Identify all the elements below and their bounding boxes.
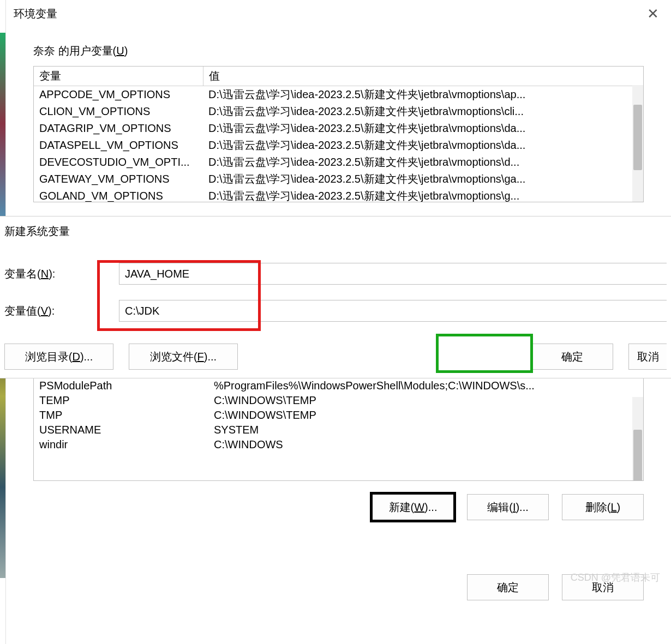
var-value-label: 变量值(V): bbox=[4, 304, 119, 318]
col-header-val[interactable]: 值 bbox=[203, 67, 643, 86]
new-var-body: 变量名(N): 变量值(V): bbox=[0, 246, 671, 322]
table-row[interactable]: CLION_VM_OPTIONSD:\迅雷云盘\学习\idea-2023.2.5… bbox=[34, 103, 643, 120]
cancel-button[interactable]: 取消 bbox=[628, 344, 667, 370]
btn-hotkey: L bbox=[610, 501, 616, 514]
new-button[interactable]: 新建(W)... bbox=[372, 494, 454, 520]
table-row[interactable]: APPCODE_VM_OPTIONSD:\迅雷云盘\学习\idea-2023.2… bbox=[34, 86, 643, 104]
scrollbar-thumb[interactable] bbox=[633, 430, 642, 481]
var-name-label: 变量名(N): bbox=[4, 267, 119, 281]
label-text: 变量值( bbox=[4, 305, 41, 317]
system-vars-table-wrap: PSModulePath%ProgramFiles%\WindowsPowerS… bbox=[33, 378, 644, 481]
scrollbar-track[interactable] bbox=[632, 85, 643, 202]
table-row[interactable]: TEMPC:\WINDOWS\TEMP bbox=[34, 393, 643, 408]
var-name-cell: GOLAND_VM_OPTIONS bbox=[34, 188, 203, 202]
var-value-cell: D:\迅雷云盘\学习\idea-2023.2.5\新建文件夹\jetbra\vm… bbox=[203, 171, 643, 188]
dialog-title: 环境变量 bbox=[14, 7, 57, 21]
delete-button[interactable]: 删除(L) bbox=[562, 494, 644, 520]
browse-file-button[interactable]: 浏览文件(F)... bbox=[129, 344, 238, 370]
btn-text: )... bbox=[516, 501, 528, 514]
btn-text: 编辑( bbox=[487, 500, 513, 515]
btn-text: )... bbox=[424, 501, 437, 514]
scrollbar-track[interactable] bbox=[632, 397, 643, 480]
var-name-cell: DEVECOSTUDIO_VM_OPTI... bbox=[34, 154, 203, 171]
btn-text: 浏览文件( bbox=[150, 350, 197, 364]
user-vars-table-wrap: 变量 值 APPCODE_VM_OPTIONSD:\迅雷云盘\学习\idea-2… bbox=[33, 66, 644, 202]
close-icon[interactable]: ✕ bbox=[643, 3, 663, 25]
var-value-cell: D:\迅雷云盘\学习\idea-2023.2.5\新建文件夹\jetbra\vm… bbox=[203, 120, 643, 137]
label-text: 奈奈 的用户变量( bbox=[33, 45, 116, 57]
var-value-cell: C:\WINDOWS bbox=[208, 437, 643, 452]
btn-text: ) bbox=[617, 501, 621, 514]
right-buttons: 确定 取消 bbox=[531, 344, 667, 370]
user-vars-label: 奈奈 的用户变量(U) bbox=[33, 44, 644, 58]
var-value-cell: D:\迅雷云盘\学习\idea-2023.2.5\新建文件夹\jetbra\vm… bbox=[203, 103, 643, 120]
new-var-buttons: 浏览目录(D)... 浏览文件(F)... 确定 取消 bbox=[0, 337, 671, 370]
var-value-cell: C:\WINDOWS\TEMP bbox=[208, 393, 643, 408]
var-name-cell: windir bbox=[34, 437, 208, 452]
var-value-cell: C:\WINDOWS\TEMP bbox=[208, 408, 643, 423]
cancel-button[interactable]: 取消 bbox=[562, 574, 644, 600]
new-var-title: 新建系统变量 bbox=[0, 216, 671, 246]
var-name-cell: DATASPELL_VM_OPTIONS bbox=[34, 137, 203, 154]
label-text: ) bbox=[124, 45, 128, 57]
table-row[interactable]: windirC:\WINDOWS bbox=[34, 437, 643, 452]
table-row[interactable]: DEVECOSTUDIO_VM_OPTI...D:\迅雷云盘\学习\idea-2… bbox=[34, 154, 643, 171]
btn-hotkey: W bbox=[414, 501, 424, 514]
var-name-cell: PSModulePath bbox=[34, 378, 208, 393]
table-row[interactable]: USERNAMESYSTEM bbox=[34, 423, 643, 437]
var-name-cell: APPCODE_VM_OPTIONS bbox=[34, 86, 203, 104]
var-value-row: 变量值(V): bbox=[4, 300, 667, 322]
table-row[interactable]: DATAGRIP_VM_OPTIONSD:\迅雷云盘\学习\idea-2023.… bbox=[34, 120, 643, 137]
var-value-cell: D:\迅雷云盘\学习\idea-2023.2.5\新建文件夹\jetbra\vm… bbox=[203, 188, 643, 202]
system-vars-section: PSModulePath%ProgramFiles%\WindowsPowerS… bbox=[33, 378, 644, 520]
table-row[interactable]: PSModulePath%ProgramFiles%\WindowsPowerS… bbox=[34, 378, 643, 393]
var-name-cell: CLION_VM_OPTIONS bbox=[34, 103, 203, 120]
btn-hotkey: F bbox=[197, 351, 204, 363]
var-value-cell: D:\迅雷云盘\学习\idea-2023.2.5\新建文件夹\jetbra\vm… bbox=[203, 86, 643, 104]
btn-text: )... bbox=[204, 351, 217, 363]
user-vars-section: 奈奈 的用户变量(U) 变量 值 APPCODE_VM_OPTIONSD:\迅雷… bbox=[6, 27, 671, 208]
table-row[interactable]: GOLAND_VM_OPTIONSD:\迅雷云盘\学习\idea-2023.2.… bbox=[34, 188, 643, 202]
btn-text: )... bbox=[80, 351, 93, 363]
new-system-var-dialog: 新建系统变量 变量名(N): 变量值(V): 浏览目录(D)... 浏览文件(F… bbox=[0, 216, 671, 378]
table-row[interactable]: GATEWAY_VM_OPTIONSD:\迅雷云盘\学习\idea-2023.2… bbox=[34, 171, 643, 188]
label-text: ): bbox=[48, 305, 55, 317]
var-value-cell: SYSTEM bbox=[208, 423, 643, 437]
table-row[interactable]: DATASPELL_VM_OPTIONSD:\迅雷云盘\学习\idea-2023… bbox=[34, 137, 643, 154]
var-value-input[interactable] bbox=[119, 300, 667, 322]
label-hotkey: V bbox=[41, 305, 48, 317]
label-hotkey: U bbox=[116, 45, 124, 57]
edit-button[interactable]: 编辑(I)... bbox=[467, 494, 549, 520]
btn-text: 新建( bbox=[389, 500, 415, 515]
btn-hotkey: D bbox=[72, 351, 80, 363]
label-text: ): bbox=[49, 268, 55, 280]
var-value-cell: D:\迅雷云盘\学习\idea-2023.2.5\新建文件夹\jetbra\vm… bbox=[203, 137, 643, 154]
btn-text: 删除( bbox=[585, 500, 611, 515]
label-text: 变量名( bbox=[4, 268, 41, 280]
system-vars-buttons: 新建(W)... 编辑(I)... 删除(L) bbox=[33, 494, 644, 520]
var-name-input[interactable] bbox=[119, 263, 667, 285]
var-name-cell: TEMP bbox=[34, 393, 208, 408]
left-buttons: 浏览目录(D)... 浏览文件(F)... bbox=[4, 344, 238, 370]
table-row[interactable]: TMPC:\WINDOWS\TEMP bbox=[34, 408, 643, 423]
scrollbar-thumb[interactable] bbox=[633, 105, 642, 170]
dialog-footer-buttons: 确定 取消 bbox=[467, 574, 644, 600]
title-bar: 环境变量 ✕ bbox=[6, 0, 671, 27]
var-name-row: 变量名(N): bbox=[4, 263, 667, 285]
label-hotkey: N bbox=[41, 268, 49, 280]
var-name-cell: GATEWAY_VM_OPTIONS bbox=[34, 171, 203, 188]
ok-button[interactable]: 确定 bbox=[467, 574, 549, 600]
user-vars-table[interactable]: 变量 值 APPCODE_VM_OPTIONSD:\迅雷云盘\学习\idea-2… bbox=[34, 67, 643, 202]
browse-dir-button[interactable]: 浏览目录(D)... bbox=[4, 344, 113, 370]
var-name-cell: TMP bbox=[34, 408, 208, 423]
var-value-cell: D:\迅雷云盘\学习\idea-2023.2.5\新建文件夹\jetbra\vm… bbox=[203, 154, 643, 171]
var-name-cell: USERNAME bbox=[34, 423, 208, 437]
ok-button[interactable]: 确定 bbox=[531, 344, 613, 370]
system-vars-table[interactable]: PSModulePath%ProgramFiles%\WindowsPowerS… bbox=[34, 378, 643, 452]
btn-text: 浏览目录( bbox=[25, 350, 73, 364]
var-value-cell: %ProgramFiles%\WindowsPowerShell\Modules… bbox=[208, 378, 643, 393]
var-name-cell: DATAGRIP_VM_OPTIONS bbox=[34, 120, 203, 137]
col-header-var[interactable]: 变量 bbox=[34, 67, 203, 86]
